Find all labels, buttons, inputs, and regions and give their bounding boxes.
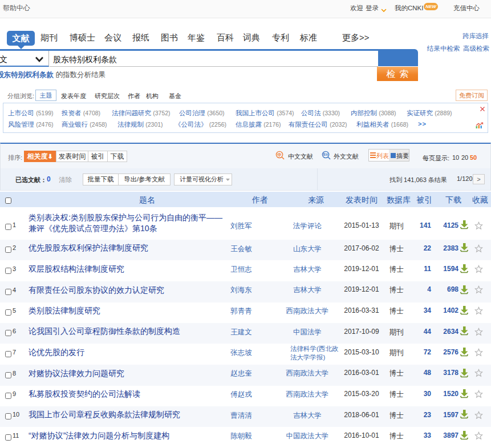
svg-text:中: 中 (277, 152, 282, 158)
svg-text:En: En (323, 152, 328, 156)
